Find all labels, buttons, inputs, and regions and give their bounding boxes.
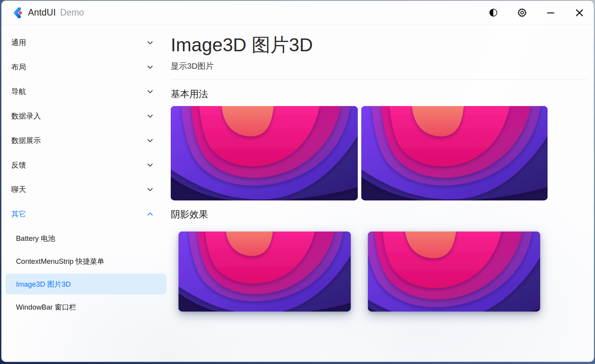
sidebar-group-chat[interactable]: 聊天 <box>2 177 170 202</box>
section-title-basic-usage: 基本用法 <box>171 88 584 100</box>
sidebar-group-label: 通用 <box>11 38 26 48</box>
page-subtitle: 显示3D图片 <box>171 61 584 71</box>
minimize-button[interactable] <box>536 1 565 24</box>
close-icon <box>575 8 584 17</box>
sidebar-group-label: 数据展示 <box>11 136 41 146</box>
sidebar-group-label: 数据录入 <box>11 111 41 121</box>
theme-contrast-icon <box>489 8 498 17</box>
sidebar-group-layout[interactable]: 布局 <box>2 55 170 79</box>
sidebar-item-label: WindowBar 窗口栏 <box>16 302 76 312</box>
header-divider <box>171 79 586 80</box>
chevron-down-icon <box>147 64 154 71</box>
sidebar-group-data-entry[interactable]: 数据录入 <box>2 104 170 128</box>
chevron-down-icon <box>147 162 154 169</box>
sidebar-group-label: 反馈 <box>11 160 26 170</box>
sidebar-group-label: 导航 <box>11 87 26 97</box>
chevron-down-icon <box>147 186 154 193</box>
chevron-down-icon <box>147 39 154 46</box>
title-bar[interactable]: AntdUI Demo <box>2 1 594 25</box>
chevron-down-icon <box>147 137 154 144</box>
image3d-shadow-demo-1[interactable] <box>178 232 351 312</box>
basic-usage-image-row <box>171 106 584 200</box>
sidebar-item-label: Battery 电池 <box>16 233 55 243</box>
settings-gear-icon <box>517 7 527 18</box>
close-button[interactable] <box>565 1 594 24</box>
chevron-down-icon <box>147 88 154 95</box>
sidebar-group-navigation[interactable]: 导航 <box>2 79 170 104</box>
page-title: Image3D 图片3D <box>171 35 584 56</box>
sidebar-group-data-display[interactable]: 数据展示 <box>2 128 170 153</box>
chevron-up-icon <box>147 211 154 218</box>
settings-button[interactable] <box>508 1 536 24</box>
theme-toggle-button[interactable] <box>479 1 508 24</box>
sidebar-group-label: 其它 <box>11 209 26 219</box>
image3d-demo-1[interactable] <box>171 106 358 200</box>
sidebar-item-context-menu-strip[interactable]: ContextMenuStrip 快捷菜单 <box>5 251 166 272</box>
window-controls <box>479 1 594 24</box>
minimize-icon <box>546 9 555 17</box>
sidebar-group-other[interactable]: 其它 <box>2 202 170 226</box>
sidebar-group-general[interactable]: 通用 <box>2 30 170 55</box>
main-content: Image3D 图片3D 显示3D图片 基本用法 阴影效果 <box>170 25 594 362</box>
image3d-demo-2[interactable] <box>361 106 548 200</box>
sidebar-group-label: 聊天 <box>11 185 26 195</box>
chevron-down-icon <box>147 113 154 120</box>
sidebar-item-image3d[interactable]: Image3D 图片3D <box>5 273 166 294</box>
app-title: AntdUI <box>28 7 56 18</box>
shadow-effect-image-row <box>171 232 584 312</box>
sidebar-nav: 通用 布局 导航 数据录入 数据展示 反馈 聊天 其它 <box>2 25 170 362</box>
app-window: AntdUI Demo <box>1 0 594 362</box>
sidebar-item-label: Image3D 图片3D <box>16 279 71 289</box>
sidebar-item-battery[interactable]: Battery 电池 <box>5 228 166 249</box>
sidebar-item-label: ContextMenuStrip 快捷菜单 <box>16 256 104 266</box>
app-title-suffix: Demo <box>60 7 84 18</box>
sidebar-item-window-bar[interactable]: WindowBar 窗口栏 <box>5 296 166 317</box>
sidebar-group-label: 布局 <box>11 62 26 72</box>
image3d-shadow-demo-2[interactable] <box>368 232 540 312</box>
sidebar-group-feedback[interactable]: 反馈 <box>2 153 170 177</box>
section-title-shadow-effect: 阴影效果 <box>171 208 584 221</box>
antdui-logo-icon <box>10 6 23 19</box>
